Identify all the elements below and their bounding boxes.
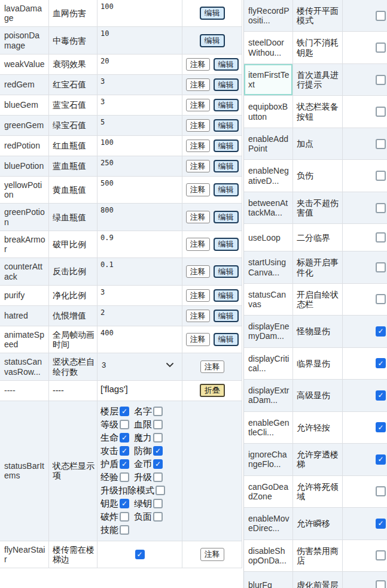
table-row: equipboxButton状态栏装备按钮 bbox=[244, 96, 387, 128]
fold-button[interactable]: 折叠 bbox=[200, 384, 225, 397]
checkbox-unchecked[interactable] bbox=[156, 486, 165, 495]
checkbox-line: 楼层名字 bbox=[100, 405, 165, 418]
checkbox-checked[interactable] bbox=[376, 358, 386, 368]
edit-button[interactable]: 编辑 bbox=[214, 99, 239, 112]
flag-checkbox-cell bbox=[343, 32, 387, 63]
table-row: lavaDamage血网伤害100编辑 bbox=[0, 0, 242, 27]
checkbox-unchecked[interactable] bbox=[376, 294, 386, 304]
note-button[interactable]: 注释 bbox=[186, 78, 210, 92]
checkbox-checked[interactable] bbox=[120, 459, 129, 469]
checkbox-label: 防御 bbox=[134, 445, 152, 456]
checkbox-unchecked[interactable] bbox=[376, 203, 386, 213]
checkbox-unchecked[interactable] bbox=[376, 262, 386, 272]
label-cell: 允许轻按 bbox=[293, 412, 343, 443]
value-text: 0.9 bbox=[100, 234, 114, 243]
note-button[interactable]: 注释 bbox=[186, 265, 210, 278]
note-button[interactable]: 注释 bbox=[186, 310, 210, 323]
note-button[interactable]: 注释 bbox=[200, 548, 224, 561]
edit-button[interactable]: 编辑 bbox=[214, 183, 239, 196]
edit-button[interactable]: 编辑 bbox=[200, 34, 225, 47]
checkbox-unchecked[interactable] bbox=[120, 420, 129, 429]
value-cell: 5 bbox=[97, 116, 182, 135]
value-text: 100 bbox=[100, 3, 114, 11]
flag-checkbox-cell bbox=[343, 380, 387, 411]
key-cell: enableGentleCli... bbox=[244, 412, 293, 443]
checkbox-unchecked[interactable] bbox=[376, 139, 386, 149]
note-button[interactable]: 注释 bbox=[186, 289, 210, 302]
checkbox-checked[interactable] bbox=[376, 519, 386, 529]
note-button[interactable]: 注释 bbox=[186, 160, 210, 173]
checkbox-unchecked[interactable] bbox=[120, 472, 129, 482]
row-select[interactable]: 3 bbox=[100, 360, 179, 369]
value-cell: 10 bbox=[97, 27, 182, 53]
edit-button[interactable]: 编辑 bbox=[214, 119, 239, 132]
note-button[interactable]: 注释 bbox=[186, 140, 210, 153]
table-row: useLoop二分临界 bbox=[244, 224, 387, 251]
label-cell: 状态栏装备按钮 bbox=[293, 96, 343, 127]
checkbox-checked[interactable] bbox=[120, 499, 129, 508]
checkbox-unchecked[interactable] bbox=[376, 107, 386, 117]
checkbox-checked[interactable] bbox=[153, 446, 163, 456]
checkbox-checked[interactable] bbox=[120, 433, 129, 442]
note-button[interactable]: 注释 bbox=[186, 238, 210, 251]
value-text: 250 bbox=[100, 159, 114, 168]
edit-button[interactable]: 编辑 bbox=[214, 211, 239, 224]
checkbox-unchecked[interactable] bbox=[376, 486, 386, 496]
checkbox-checked[interactable] bbox=[376, 390, 386, 401]
checkbox-unchecked[interactable] bbox=[120, 525, 129, 535]
checkbox-unchecked[interactable] bbox=[376, 171, 386, 181]
checkbox-checked[interactable] bbox=[120, 407, 129, 416]
checkbox-checked[interactable] bbox=[120, 446, 129, 456]
edit-button[interactable]: 编辑 bbox=[214, 58, 239, 71]
edit-button[interactable]: 编辑 bbox=[200, 7, 225, 20]
checkbox-checked[interactable] bbox=[376, 454, 386, 465]
checkbox-checked[interactable] bbox=[153, 459, 163, 469]
checkbox-label: 钥匙 bbox=[100, 498, 118, 508]
checkbox-unchecked[interactable] bbox=[376, 232, 386, 243]
checkbox-unchecked[interactable] bbox=[376, 75, 386, 85]
note-button[interactable]: 注释 bbox=[186, 333, 210, 346]
note-button[interactable]: 注释 bbox=[186, 58, 210, 71]
checkbox-unchecked[interactable] bbox=[153, 407, 163, 416]
edit-button[interactable]: 编辑 bbox=[214, 333, 239, 346]
key-cell: betweenAttackMa... bbox=[244, 192, 293, 223]
checkbox-checked[interactable] bbox=[376, 422, 386, 432]
checkbox-checked[interactable] bbox=[376, 326, 386, 337]
table-row: steelDoorWithou...铁门不消耗钥匙 bbox=[244, 32, 387, 63]
edit-button[interactable]: 编辑 bbox=[214, 289, 239, 302]
checkbox-unchecked[interactable] bbox=[153, 433, 163, 442]
checkbox-unchecked[interactable] bbox=[376, 11, 386, 21]
note-button[interactable]: 注释 bbox=[186, 211, 210, 224]
checkbox-unchecked[interactable] bbox=[153, 420, 163, 429]
checkbox-unchecked[interactable] bbox=[153, 499, 163, 508]
edit-button[interactable]: 编辑 bbox=[214, 238, 239, 251]
flag-checkbox-cell bbox=[343, 251, 387, 283]
checkbox-checked[interactable] bbox=[135, 550, 145, 559]
value-cell: 0.9 bbox=[97, 231, 182, 257]
row-buttons: 注释编辑 bbox=[182, 286, 242, 305]
flag-checkbox-cell bbox=[343, 64, 387, 95]
checkbox-unchecked[interactable] bbox=[153, 512, 163, 522]
edit-button[interactable]: 编辑 bbox=[214, 265, 239, 278]
value-text: 500 bbox=[100, 180, 114, 188]
edit-button[interactable]: 编辑 bbox=[214, 78, 239, 92]
edit-button[interactable]: 编辑 bbox=[214, 160, 239, 173]
key-cell: ---- bbox=[0, 381, 49, 401]
edit-button[interactable]: 编辑 bbox=[214, 140, 239, 153]
key-cell: itemFirstText bbox=[244, 64, 293, 95]
value-text: 20 bbox=[100, 57, 109, 66]
note-button[interactable]: 注释 bbox=[200, 360, 224, 374]
edit-button[interactable]: 编辑 bbox=[214, 310, 239, 323]
row-buttons: 注释编辑 bbox=[182, 204, 242, 230]
value-text: 3 bbox=[100, 78, 105, 86]
checkbox-unchecked[interactable] bbox=[120, 512, 129, 522]
checkbox-unchecked[interactable] bbox=[153, 472, 163, 482]
table-row: enableGentleCli...允许轻按 bbox=[244, 412, 387, 444]
note-button[interactable]: 注释 bbox=[186, 99, 210, 112]
note-button[interactable]: 注释 bbox=[186, 119, 210, 132]
note-button[interactable]: 注释 bbox=[186, 183, 210, 196]
checkbox-unchecked[interactable] bbox=[376, 43, 386, 53]
checkbox-unchecked[interactable] bbox=[376, 550, 386, 560]
checkbox-unchecked[interactable] bbox=[376, 580, 386, 588]
label-cell: 破甲比例 bbox=[49, 231, 97, 257]
